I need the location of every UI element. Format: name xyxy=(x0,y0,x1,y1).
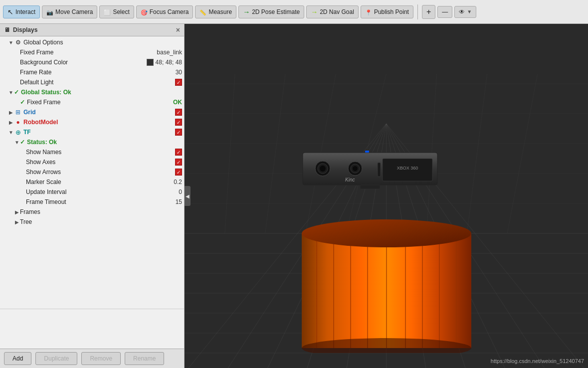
focus-camera-button[interactable]: Focus Camera xyxy=(136,5,194,18)
eye-button[interactable]: ▼ xyxy=(454,6,476,18)
tree-global-status[interactable]: ▼ ✓ Global Status: Ok xyxy=(0,87,184,97)
default-light-label: Default Light xyxy=(20,79,171,86)
tree-tree[interactable]: ▶ Tree xyxy=(0,217,184,227)
tree-global-options[interactable]: ▼ Global Options xyxy=(0,37,184,47)
publish-point-label: Publish Point xyxy=(374,8,409,15)
watermark: https://blog.csdn.net/weixin_51240747 xyxy=(491,358,584,364)
tree-tf[interactable]: ▼ ⊕ TF ✓ xyxy=(0,127,184,137)
main-area: Displays × ▼ Global Options Fixed Frame … xyxy=(0,24,588,368)
interact-button[interactable]: Interact xyxy=(3,5,40,18)
expand-grid[interactable]: ▶ xyxy=(8,110,14,115)
tree-grid[interactable]: ▶ Grid ✓ xyxy=(0,107,184,117)
tree-default-light[interactable]: Default Light ✓ xyxy=(0,77,184,87)
fixed-frame-label: Fixed Frame xyxy=(20,49,153,56)
tree-robot-model[interactable]: ▶ ● RobotModel ✓ xyxy=(0,117,184,127)
cursor-icon xyxy=(7,8,13,16)
show-arrows-label: Show Arrows xyxy=(26,169,171,176)
default-light-checkbox[interactable]: ✓ xyxy=(175,79,182,86)
toolbar-separator-1 xyxy=(417,4,418,19)
minus-icon xyxy=(442,8,448,15)
pose-icon xyxy=(243,8,250,16)
update-interval-label: Update Interval xyxy=(26,188,175,195)
update-interval-value: 0 xyxy=(179,188,182,195)
show-axes-value: ✓ xyxy=(175,159,182,166)
svg-rect-54 xyxy=(360,185,380,189)
marker-scale-label: Marker Scale xyxy=(26,179,170,185)
tree-show-names[interactable]: Show Names ✓ xyxy=(0,147,184,157)
grid-enable-checkbox[interactable]: ✓ xyxy=(175,109,182,116)
duplicate-button[interactable]: Duplicate xyxy=(35,352,77,365)
measure-label: Measure xyxy=(208,8,232,15)
main-toolbar: Interact Move Camera Select Focus Camera… xyxy=(0,0,588,24)
show-names-label: Show Names xyxy=(26,149,171,156)
measure-button[interactable]: Measure xyxy=(195,5,236,18)
expand-global-options[interactable]: ▼ xyxy=(8,40,14,45)
collapse-tab[interactable]: ◀ xyxy=(185,186,191,206)
default-light-value: ✓ xyxy=(175,79,182,86)
expand-tf[interactable]: ▼ xyxy=(8,130,14,135)
tree-show-axes[interactable]: Show Axes ✓ xyxy=(0,157,184,167)
remove-button[interactable]: Remove xyxy=(81,352,121,365)
tree-frame-rate[interactable]: Frame Rate 30 xyxy=(0,67,184,77)
pose-estimate-button[interactable]: 2D Pose Estimate xyxy=(238,5,304,18)
tree-area: ▼ Global Options Fixed Frame base_link B… xyxy=(0,36,184,309)
panel-header: Displays × xyxy=(0,24,184,36)
expand-global-status[interactable]: ▼ xyxy=(8,90,14,95)
global-status-check: ✓ xyxy=(14,89,19,96)
color-swatch[interactable] xyxy=(147,59,154,66)
svg-point-47 xyxy=(320,166,326,172)
tf-icon: ⊕ xyxy=(14,128,22,136)
eye-icon xyxy=(459,8,465,15)
focus-icon xyxy=(141,8,148,16)
displays-icon xyxy=(4,26,10,33)
nav-goal-button[interactable]: 2D Nav Goal xyxy=(306,5,359,18)
frame-rate-value: 30 xyxy=(176,69,182,76)
frames-label: Frames xyxy=(20,208,182,215)
panel-close-button[interactable]: × xyxy=(176,26,180,34)
show-names-checkbox[interactable]: ✓ xyxy=(175,149,182,156)
tf-status-check: ✓ xyxy=(20,139,25,146)
frame-timeout-label: Frame Timeout xyxy=(26,198,172,205)
expand-tree[interactable]: ▶ xyxy=(14,219,20,225)
tree-background-color[interactable]: Background Color 48; 48; 48 xyxy=(0,57,184,67)
fixed-frame-status-label: Fixed Frame xyxy=(27,99,169,106)
cylinder-svg xyxy=(302,213,471,353)
publish-icon xyxy=(365,8,372,16)
show-arrows-checkbox[interactable]: ✓ xyxy=(175,169,182,176)
minus-button[interactable] xyxy=(437,6,452,18)
viewport-3d[interactable]: XBOX 360 Kinc ◀ https://blog.csdn.net/we… xyxy=(185,24,588,368)
add-button[interactable]: Add xyxy=(4,352,31,365)
robot-model-icon: ● xyxy=(14,118,22,126)
interact-label: Interact xyxy=(15,8,35,15)
fixed-frame-value: base_link xyxy=(157,49,182,56)
global-options-label: Global Options xyxy=(23,39,182,46)
show-names-value: ✓ xyxy=(175,149,182,156)
background-color-value: 48; 48; 48 xyxy=(147,59,182,66)
svg-line-24 xyxy=(467,74,487,233)
tree-fixed-frame[interactable]: Fixed Frame base_link xyxy=(0,47,184,57)
plus-button[interactable] xyxy=(422,5,435,19)
kinect-svg: XBOX 360 Kinc xyxy=(300,148,440,192)
tf-enable-checkbox[interactable]: ✓ xyxy=(175,129,182,136)
robot-model-label: RobotModel xyxy=(23,119,171,126)
tree-show-arrows[interactable]: Show Arrows ✓ xyxy=(0,167,184,177)
tree-frame-timeout[interactable]: Frame Timeout 15 xyxy=(0,197,184,207)
global-status-label: Global Status: Ok xyxy=(21,89,182,96)
show-axes-checkbox[interactable]: ✓ xyxy=(175,159,182,166)
expand-tf-status[interactable]: ▼ xyxy=(14,140,20,145)
robot-model-enable-checkbox[interactable]: ✓ xyxy=(175,119,182,126)
expand-robot-model[interactable]: ▶ xyxy=(8,120,14,125)
tree-tf-status[interactable]: ▼ ✓ Status: Ok xyxy=(0,137,184,147)
background-color-label: Background Color xyxy=(20,59,143,66)
panel-title: Displays xyxy=(13,26,37,33)
expand-frames[interactable]: ▶ xyxy=(14,209,20,215)
publish-point-button[interactable]: Publish Point xyxy=(361,5,413,18)
tree-frames[interactable]: ▶ Frames xyxy=(0,207,184,217)
tree-fixed-frame-status[interactable]: ✓ Fixed Frame OK xyxy=(0,97,184,107)
tree-marker-scale[interactable]: Marker Scale 0.2 xyxy=(0,177,184,187)
tree-update-interval[interactable]: Update Interval 0 xyxy=(0,187,184,197)
focus-camera-label: Focus Camera xyxy=(150,8,189,15)
select-button[interactable]: Select xyxy=(99,5,134,18)
rename-button[interactable]: Rename xyxy=(125,352,164,365)
move-camera-button[interactable]: Move Camera xyxy=(42,5,97,18)
